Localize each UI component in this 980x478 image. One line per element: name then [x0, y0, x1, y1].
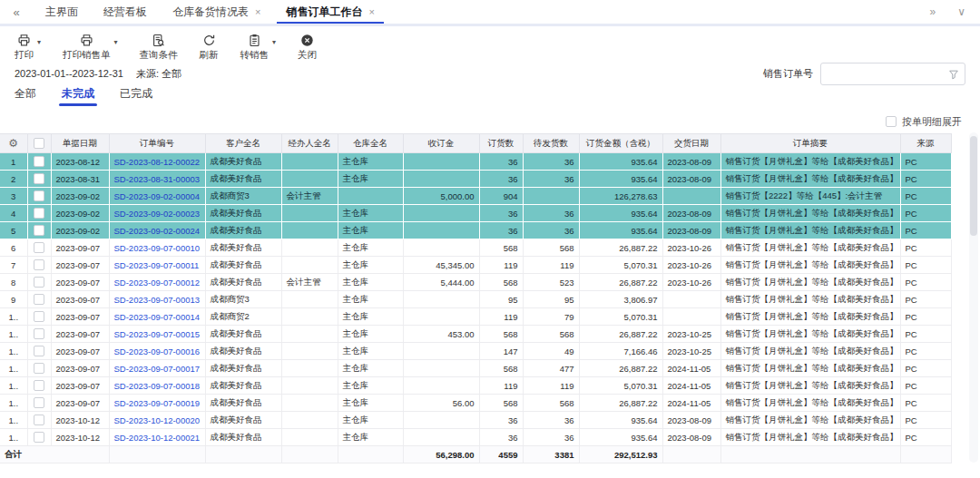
row-checkbox[interactable] [34, 259, 44, 270]
print-button[interactable]: 打印 ▾ [15, 34, 41, 62]
col-header-summary[interactable]: 订单摘要 [720, 134, 900, 153]
expand-by-detail-checkbox[interactable] [886, 116, 897, 127]
order-number-link[interactable]: SD-2023-08-12-00022 [114, 157, 201, 167]
order-number-link[interactable]: SD-2023-09-02-00024 [114, 226, 201, 236]
table-row[interactable]: 1..2023-10-12SD-2023-10-12-00020成都美好食品主仓… [0, 412, 951, 429]
cell-date: 2023-08-12 [51, 153, 109, 171]
select-all-checkbox[interactable] [34, 138, 44, 149]
row-checkbox[interactable] [34, 415, 44, 425]
row-checkbox[interactable] [34, 225, 44, 236]
order-number-link[interactable]: SD-2023-09-07-00010 [114, 243, 201, 253]
order-number-link[interactable]: SD-2023-10-12-00020 [114, 415, 201, 425]
col-header-date[interactable]: 单据日期 [51, 134, 109, 153]
tab-list-chevron-icon[interactable]: ∨ [957, 5, 965, 18]
row-checkbox[interactable] [34, 311, 44, 322]
cell-pending: 36 [523, 171, 579, 188]
row-checkbox[interactable] [34, 277, 44, 288]
tab-business-dashboard[interactable]: 经营看板 [91, 0, 160, 24]
close-button[interactable]: 关闭 [298, 34, 317, 62]
tab-warehouse-stock-report[interactable]: 仓库备货情况表 × [160, 0, 273, 24]
row-checkbox[interactable] [34, 432, 44, 443]
tab-unfinished[interactable]: 未完成 [62, 86, 94, 110]
table-row[interactable]: 1..2023-09-07SD-2023-09-07-00015成都美好食品主仓… [0, 326, 951, 343]
col-header-order_no[interactable]: 订单编号 [109, 134, 205, 153]
table-row[interactable]: 1..2023-10-12SD-2023-10-12-00021成都美好食品主仓… [0, 429, 951, 446]
tab-all[interactable]: 全部 [15, 86, 36, 110]
table-row[interactable]: 62023-09-07SD-2023-09-07-00010成都美好食品主仓库5… [0, 239, 951, 257]
table-row[interactable]: 1..2023-09-07SD-2023-09-07-00016成都美好食品主仓… [0, 343, 951, 360]
row-checkbox[interactable] [34, 346, 44, 356]
order-number-link[interactable]: SD-2023-09-07-00018 [114, 381, 201, 391]
row-checkbox[interactable] [34, 242, 44, 253]
order-number-link[interactable]: SD-2023-09-07-00012 [114, 278, 201, 288]
table-row[interactable]: 52023-09-02SD-2023-09-02-00024成都美好食品主仓库3… [0, 222, 951, 239]
tab-finished[interactable]: 已完成 [120, 86, 152, 110]
row-checkbox[interactable] [34, 190, 44, 201]
filter-funnel-icon[interactable] [948, 69, 959, 80]
row-checkbox[interactable] [34, 208, 44, 219]
collapse-tabs-icon[interactable]: « [0, 0, 33, 24]
order-number-link[interactable]: SD-2023-09-07-00019 [114, 398, 201, 408]
row-checkbox[interactable] [34, 397, 44, 408]
row-checkbox[interactable] [34, 380, 44, 391]
col-header-amount[interactable]: 订货金额（含税） [579, 134, 662, 153]
row-checkbox[interactable] [34, 173, 44, 184]
table-row[interactable]: 1..2023-09-07SD-2023-09-07-00014成都商贸2主仓库… [0, 308, 951, 326]
table-row[interactable]: 1..2023-09-07SD-2023-09-07-00018成都美好食品主仓… [0, 377, 951, 395]
order-number-link[interactable]: SD-2023-09-07-00011 [114, 260, 200, 270]
col-header-customer[interactable]: 客户全名 [205, 134, 281, 153]
order-number-link[interactable]: SD-2023-09-07-00014 [114, 312, 201, 322]
cell-warehouse: 主仓库 [338, 257, 403, 274]
col-header-qty[interactable]: 订货数 [479, 134, 523, 153]
order-number-link[interactable]: SD-2023-09-07-00017 [114, 364, 201, 374]
order-number-link[interactable]: SD-2023-09-02-00004 [114, 191, 201, 201]
table-row[interactable]: 72023-09-07SD-2023-09-07-00011成都美好食品主仓库4… [0, 257, 951, 274]
scrollbar-thumb[interactable] [970, 136, 977, 236]
col-header-warehouse[interactable]: 仓库全名 [338, 134, 403, 153]
dropdown-caret-icon[interactable]: ▾ [272, 38, 276, 46]
order-number-link[interactable]: SD-2023-10-12-00021 [114, 433, 201, 443]
vertical-scrollbar[interactable] [969, 132, 978, 463]
print-sales-order-button[interactable]: 打印销售单 ▾ [63, 34, 118, 62]
order-number-link[interactable]: SD-2023-09-07-00016 [114, 346, 201, 356]
table-row[interactable]: 32023-09-02SD-2023-09-02-00004成都商贸3会计主管5… [0, 188, 951, 205]
settings-gear-icon[interactable]: ⚙ [8, 137, 18, 150]
close-tab-icon[interactable]: × [255, 6, 260, 17]
dropdown-caret-icon[interactable]: ▾ [37, 38, 41, 46]
col-header-pending[interactable]: 待发货数 [523, 134, 579, 153]
order-number-link[interactable]: SD-2023-09-02-00023 [114, 209, 201, 219]
sales-order-number-input[interactable] [820, 63, 965, 85]
dropdown-caret-icon[interactable]: ▾ [114, 38, 118, 46]
row-checkbox[interactable] [34, 156, 44, 167]
table-row[interactable]: 12023-08-12SD-2023-08-12-00022成都美好食品主仓库3… [0, 153, 951, 171]
table-row[interactable]: 92023-09-07SD-2023-09-07-00013成都商贸3主仓库95… [0, 291, 951, 308]
row-checkbox[interactable] [34, 363, 44, 374]
tab-main-screen[interactable]: 主界面 [33, 0, 91, 24]
col-header-deposit[interactable]: 收订金 [403, 134, 479, 153]
col-header-source[interactable]: 来源 [900, 134, 951, 153]
row-checkbox[interactable] [34, 328, 44, 339]
cell-order_no: SD-2023-09-07-00010 [109, 239, 205, 257]
refresh-button[interactable]: 刷新 [200, 34, 219, 62]
cell-amount: 935.64 [579, 153, 662, 171]
cell-handler [281, 395, 338, 412]
tab-sales-order-workbench[interactable]: 销售订单工作台 × [273, 0, 387, 24]
query-conditions-button[interactable]: 查询条件 [140, 34, 178, 62]
order-number-link[interactable]: SD-2023-09-07-00013 [114, 295, 201, 305]
table-row[interactable]: 42023-09-02SD-2023-09-02-00023成都美好食品主仓库3… [0, 205, 951, 222]
col-header-handler[interactable]: 经办人全名 [281, 134, 338, 153]
table-row[interactable]: 82023-09-07SD-2023-09-07-00012成都美好食品会计主管… [0, 274, 951, 291]
order-number-link[interactable]: SD-2023-09-07-00015 [114, 329, 201, 339]
col-header-num[interactable]: ⚙ [0, 134, 27, 153]
table-row[interactable]: 1..2023-09-07SD-2023-09-07-00019成都美好食品主仓… [0, 395, 951, 412]
convert-to-sale-button[interactable]: 转销售 ▾ [240, 34, 277, 62]
order-number-link[interactable]: SD-2023-08-31-00003 [114, 174, 201, 184]
cell-customer: 成都美好食品 [205, 239, 281, 257]
table-row[interactable]: 22023-08-31SD-2023-08-31-00003成都美好食品主仓库3… [0, 171, 951, 188]
close-tab-icon[interactable]: × [368, 6, 374, 17]
col-header-delivery[interactable]: 交货日期 [662, 134, 720, 153]
table-row[interactable]: 1..2023-09-07SD-2023-09-07-00017成都美好食品主仓… [0, 360, 951, 377]
expand-tabs-icon[interactable]: » [930, 5, 936, 18]
col-header-check[interactable] [27, 134, 51, 153]
row-checkbox[interactable] [34, 294, 44, 305]
